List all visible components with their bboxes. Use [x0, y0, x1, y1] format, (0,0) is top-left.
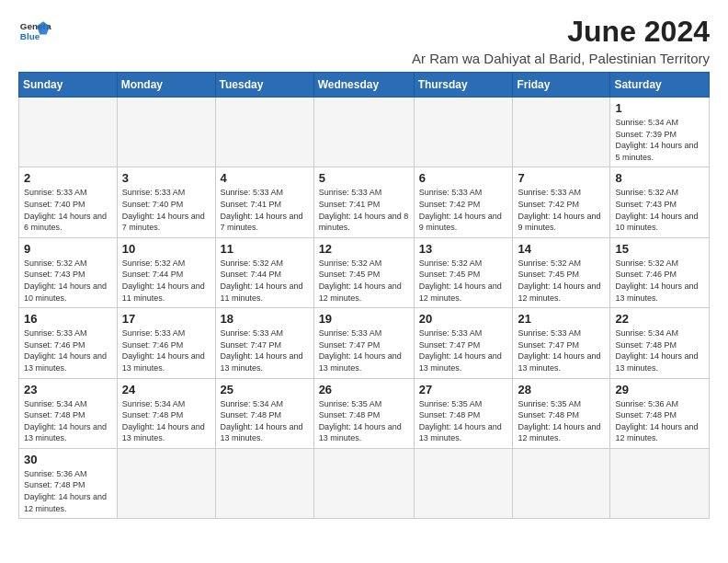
subtitle: Ar Ram wa Dahiyat al Barid, Palestinian …	[412, 51, 710, 66]
day-number: 27	[419, 383, 508, 396]
day-info: Sunrise: 5:33 AMSunset: 7:40 PMDaylight:…	[122, 187, 210, 233]
calendar-cell: 30Sunrise: 5:36 AMSunset: 7:48 PMDayligh…	[19, 448, 118, 518]
day-number: 6	[419, 171, 508, 185]
day-number: 12	[319, 242, 409, 256]
day-number: 5	[319, 171, 409, 185]
day-header-saturday: Saturday	[610, 73, 710, 98]
calendar-cell: 3Sunrise: 5:33 AMSunset: 7:40 PMDaylight…	[117, 167, 215, 237]
calendar-cell: 23Sunrise: 5:34 AMSunset: 7:48 PMDayligh…	[19, 378, 118, 448]
day-info: Sunrise: 5:36 AMSunset: 7:48 PMDaylight:…	[615, 398, 704, 444]
day-info: Sunrise: 5:33 AMSunset: 7:42 PMDaylight:…	[419, 187, 508, 233]
calendar-cell: 7Sunrise: 5:33 AMSunset: 7:42 PMDaylight…	[513, 167, 610, 237]
calendar-cell: 17Sunrise: 5:33 AMSunset: 7:46 PMDayligh…	[117, 308, 215, 378]
day-info: Sunrise: 5:33 AMSunset: 7:46 PMDaylight:…	[24, 327, 112, 373]
day-number: 19	[319, 312, 409, 326]
day-info: Sunrise: 5:35 AMSunset: 7:48 PMDaylight:…	[518, 398, 605, 444]
calendar-cell: 26Sunrise: 5:35 AMSunset: 7:48 PMDayligh…	[313, 378, 414, 448]
calendar-cell: 29Sunrise: 5:36 AMSunset: 7:48 PMDayligh…	[610, 378, 710, 448]
calendar-cell: 11Sunrise: 5:32 AMSunset: 7:44 PMDayligh…	[215, 237, 313, 307]
day-info: Sunrise: 5:32 AMSunset: 7:46 PMDaylight:…	[615, 258, 704, 304]
day-number: 7	[518, 171, 605, 185]
day-header-monday: Monday	[117, 73, 215, 98]
calendar-header-row: SundayMondayTuesdayWednesdayThursdayFrid…	[19, 73, 710, 98]
calendar-cell: 4Sunrise: 5:33 AMSunset: 7:41 PMDaylight…	[215, 167, 313, 237]
day-number: 3	[122, 171, 210, 185]
calendar-cell: 16Sunrise: 5:33 AMSunset: 7:46 PMDayligh…	[19, 308, 118, 378]
day-header-sunday: Sunday	[19, 73, 118, 98]
day-info: Sunrise: 5:33 AMSunset: 7:47 PMDaylight:…	[419, 327, 508, 373]
calendar-cell: 20Sunrise: 5:33 AMSunset: 7:47 PMDayligh…	[414, 308, 513, 378]
day-info: Sunrise: 5:32 AMSunset: 7:44 PMDaylight:…	[221, 258, 309, 304]
day-info: Sunrise: 5:34 AMSunset: 7:39 PMDaylight:…	[615, 117, 704, 163]
day-info: Sunrise: 5:32 AMSunset: 7:43 PMDaylight:…	[615, 187, 704, 233]
calendar-cell	[513, 98, 610, 167]
calendar-cell: 22Sunrise: 5:34 AMSunset: 7:48 PMDayligh…	[610, 308, 710, 378]
day-info: Sunrise: 5:33 AMSunset: 7:47 PMDaylight:…	[518, 327, 605, 373]
day-number: 26	[319, 383, 409, 396]
day-number: 30	[24, 453, 112, 466]
day-info: Sunrise: 5:34 AMSunset: 7:48 PMDaylight:…	[221, 398, 309, 444]
day-info: Sunrise: 5:35 AMSunset: 7:48 PMDaylight:…	[419, 398, 508, 444]
day-header-thursday: Thursday	[414, 73, 513, 98]
day-number: 28	[518, 383, 605, 396]
calendar-cell: 8Sunrise: 5:32 AMSunset: 7:43 PMDaylight…	[610, 167, 710, 237]
day-info: Sunrise: 5:36 AMSunset: 7:48 PMDaylight:…	[24, 468, 112, 514]
day-info: Sunrise: 5:34 AMSunset: 7:48 PMDaylight:…	[24, 398, 112, 444]
day-info: Sunrise: 5:33 AMSunset: 7:46 PMDaylight:…	[122, 327, 210, 373]
calendar-cell	[117, 98, 215, 167]
calendar-cell: 27Sunrise: 5:35 AMSunset: 7:48 PMDayligh…	[414, 378, 513, 448]
day-number: 21	[518, 312, 605, 326]
day-number: 11	[221, 242, 309, 256]
day-header-tuesday: Tuesday	[215, 73, 313, 98]
calendar-cell	[414, 448, 513, 518]
day-header-friday: Friday	[513, 73, 610, 98]
day-number: 1	[615, 101, 704, 115]
calendar-cell: 19Sunrise: 5:33 AMSunset: 7:47 PMDayligh…	[313, 308, 414, 378]
calendar-cell: 21Sunrise: 5:33 AMSunset: 7:47 PMDayligh…	[513, 308, 610, 378]
calendar-cell: 5Sunrise: 5:33 AMSunset: 7:41 PMDaylight…	[313, 167, 414, 237]
general-blue-logo-icon: General Blue	[18, 15, 51, 48]
week-row-1: 2Sunrise: 5:33 AMSunset: 7:40 PMDaylight…	[19, 167, 710, 237]
logo: General Blue	[18, 15, 51, 48]
week-row-3: 16Sunrise: 5:33 AMSunset: 7:46 PMDayligh…	[19, 308, 710, 378]
day-info: Sunrise: 5:32 AMSunset: 7:45 PMDaylight:…	[518, 258, 605, 304]
day-info: Sunrise: 5:32 AMSunset: 7:45 PMDaylight:…	[319, 258, 409, 304]
day-info: Sunrise: 5:33 AMSunset: 7:42 PMDaylight:…	[518, 187, 605, 233]
title-block: June 2024 Ar Ram wa Dahiyat al Barid, Pa…	[412, 15, 710, 66]
day-number: 9	[24, 242, 112, 256]
calendar-cell: 13Sunrise: 5:32 AMSunset: 7:45 PMDayligh…	[414, 237, 513, 307]
calendar-cell: 14Sunrise: 5:32 AMSunset: 7:45 PMDayligh…	[513, 237, 610, 307]
day-number: 18	[221, 312, 309, 326]
day-number: 17	[122, 312, 210, 326]
day-info: Sunrise: 5:34 AMSunset: 7:48 PMDaylight:…	[615, 327, 704, 373]
calendar-cell: 24Sunrise: 5:34 AMSunset: 7:48 PMDayligh…	[117, 378, 215, 448]
day-number: 4	[221, 171, 309, 185]
day-number: 8	[615, 171, 704, 185]
day-info: Sunrise: 5:33 AMSunset: 7:41 PMDaylight:…	[319, 187, 409, 233]
week-row-5: 30Sunrise: 5:36 AMSunset: 7:48 PMDayligh…	[19, 448, 710, 518]
calendar-cell: 25Sunrise: 5:34 AMSunset: 7:48 PMDayligh…	[215, 378, 313, 448]
month-title: June 2024	[412, 15, 710, 49]
week-row-2: 9Sunrise: 5:32 AMSunset: 7:43 PMDaylight…	[19, 237, 710, 307]
day-number: 20	[419, 312, 508, 326]
svg-text:Blue: Blue	[20, 31, 40, 41]
day-number: 25	[221, 383, 309, 396]
calendar-cell	[610, 448, 710, 518]
calendar-cell: 2Sunrise: 5:33 AMSunset: 7:40 PMDaylight…	[19, 167, 118, 237]
day-info: Sunrise: 5:32 AMSunset: 7:43 PMDaylight:…	[24, 258, 112, 304]
calendar-cell: 9Sunrise: 5:32 AMSunset: 7:43 PMDaylight…	[19, 237, 118, 307]
calendar-cell	[19, 98, 118, 167]
calendar-cell	[215, 98, 313, 167]
day-number: 23	[24, 383, 112, 396]
day-number: 10	[122, 242, 210, 256]
day-info: Sunrise: 5:33 AMSunset: 7:47 PMDaylight:…	[221, 327, 309, 373]
week-row-4: 23Sunrise: 5:34 AMSunset: 7:48 PMDayligh…	[19, 378, 710, 448]
calendar-cell: 18Sunrise: 5:33 AMSunset: 7:47 PMDayligh…	[215, 308, 313, 378]
day-number: 16	[24, 312, 112, 326]
day-header-wednesday: Wednesday	[313, 73, 414, 98]
day-info: Sunrise: 5:33 AMSunset: 7:41 PMDaylight:…	[221, 187, 309, 233]
header: General Blue June 2024 Ar Ram wa Dahiyat…	[18, 15, 710, 66]
calendar-cell: 28Sunrise: 5:35 AMSunset: 7:48 PMDayligh…	[513, 378, 610, 448]
day-info: Sunrise: 5:33 AMSunset: 7:47 PMDaylight:…	[319, 327, 409, 373]
calendar-cell	[414, 98, 513, 167]
